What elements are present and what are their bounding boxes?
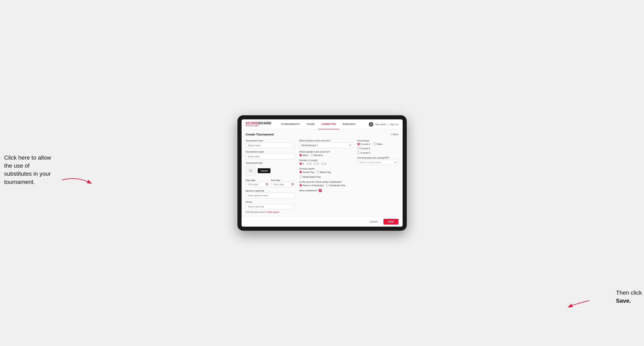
format-6count5-radio[interactable] [357, 151, 360, 154]
form-col-3: Format type 5 count 4 Other [357, 139, 398, 213]
scoring-stroke-radio[interactable] [300, 171, 302, 173]
format-other-radio[interactable] [373, 143, 376, 145]
nav-rankings[interactable]: RANKINGS [339, 119, 359, 129]
venue-label: Venue [246, 201, 295, 203]
gender-womens-radio[interactable] [310, 154, 313, 157]
nav-teams[interactable]: TEAMS [303, 119, 318, 129]
rounds-2[interactable]: 2 [306, 162, 311, 165]
start-date-wrapper: 📅 [246, 182, 270, 187]
event-teams-label: Teams (+Individuals) [303, 184, 324, 187]
nav-right: B blair admin | Sign out [369, 122, 398, 127]
screen: SCORESCOREBOARDBOARD Powered by clippd T… [242, 119, 403, 227]
form-col-1: Tournament Host ▾ Tournament name Tourna… [246, 139, 295, 213]
page-title: Create Tournament [246, 133, 274, 136]
allow-substitutes-checkbox-group: Allow substitutes? [300, 189, 353, 192]
tablet-frame: SCORESCOREBOARDBOARD Powered by clippd T… [238, 115, 407, 231]
nav-separator: | [388, 123, 388, 126]
scoring-match-radio[interactable] [316, 171, 319, 173]
rounds-4[interactable]: 4 [321, 162, 326, 165]
save-button[interactable]: Save [384, 219, 398, 224]
format-5count4-label: 5 count 4 [361, 143, 370, 145]
arrow-right-icon [566, 299, 591, 309]
rounds-2-radio[interactable] [306, 162, 309, 165]
date-row: Start date 📅 End date 📅 [246, 178, 295, 187]
footer: Cancel Save [242, 216, 403, 227]
user-name: blair admin [375, 123, 386, 126]
date-group: Start date 📅 End date 📅 [246, 178, 295, 187]
rounds-1-radio[interactable] [300, 162, 302, 165]
logo-scoreboard: SCORESCOREBOARDBOARD [246, 122, 272, 125]
division-select[interactable]: NCAA Division I [300, 143, 353, 148]
gender-womens[interactable]: Womens [310, 154, 323, 157]
format-type-label: Format type [357, 139, 398, 142]
search-icon: ▾ [292, 144, 294, 147]
start-date-group: Start date 📅 [246, 178, 270, 187]
gender-mens[interactable]: Mens [300, 154, 308, 157]
sponsor-group: Sponsor (optional) [246, 189, 295, 198]
event-individuals[interactable]: Individuals Only [326, 184, 346, 187]
gender-mens-radio[interactable] [300, 154, 302, 157]
event-teams-radio[interactable] [300, 184, 302, 187]
logo-score-red: SCORE [246, 122, 258, 125]
logo-powered: Powered by clippd [246, 125, 272, 127]
format-5count4-radio[interactable] [357, 143, 360, 145]
scoring-stroke[interactable]: Stroke Play [300, 171, 314, 173]
nav-committee[interactable]: COMMITTEE [318, 119, 340, 129]
nav-tournaments[interactable]: TOURNAMENTS [278, 119, 303, 129]
allow-substitutes-group: Allow substitutes? [300, 189, 353, 192]
upload-button[interactable]: Upload [258, 168, 271, 173]
form-col-2: Which division is the event for? NCAA Di… [300, 139, 353, 213]
nav-links: TOURNAMENTS TEAMS COMMITTEE RANKINGS [278, 119, 369, 129]
tournament-name-input[interactable] [246, 154, 295, 159]
format-6count4-label: 6 count 4 [361, 147, 370, 150]
email-support-link[interactable]: email support [267, 211, 279, 213]
rounds-radio-group: 1 2 3 4 [300, 162, 353, 165]
allow-substitutes-checkbox[interactable] [319, 189, 322, 192]
page-header: Create Tournament < Back [246, 133, 398, 136]
format-6count4-radio[interactable] [357, 147, 360, 150]
event-individuals-radio[interactable] [326, 184, 328, 187]
scoring-api-select[interactable]: Select a scoring service [357, 160, 398, 165]
page-content: Create Tournament < Back Tournament Host… [242, 129, 403, 216]
rounds-group: Number of rounds 1 2 [300, 159, 353, 165]
gender-womens-label: Womens [314, 154, 323, 157]
scoring-medal[interactable]: Medal Match Play [300, 175, 321, 178]
rounds-4-label: 4 [324, 163, 326, 165]
format-type-group: Format type 5 count 4 Other [357, 139, 398, 154]
gender-mens-label: Mens [303, 154, 308, 157]
scoring-match[interactable]: Match Play [316, 171, 331, 173]
tournament-logo-group: Tournament logo 🖼 Upload [246, 162, 295, 176]
logo: SCORESCOREBOARDBOARD Powered by clippd [246, 122, 272, 127]
tournament-host-group: Tournament Host ▾ [246, 139, 295, 148]
scoring-medal-radio[interactable] [300, 175, 302, 178]
image-icon: 🖼 [249, 169, 252, 173]
format-other[interactable]: Other [373, 143, 382, 145]
event-type-radio-group: Teams (+Individuals) Individuals Only [300, 184, 353, 187]
annotation-left: Click here to allow the use of substitut… [4, 154, 58, 186]
format-5count4[interactable]: 5 count 4 [357, 143, 370, 145]
event-teams[interactable]: Teams (+Individuals) [300, 184, 324, 187]
sponsor-input[interactable] [246, 193, 295, 198]
rounds-3-radio[interactable] [314, 162, 316, 165]
back-button[interactable]: < Back [391, 133, 398, 136]
cancel-button[interactable]: Cancel [366, 219, 381, 224]
calendar-icon-start: 📅 [266, 183, 268, 186]
avatar: B [369, 122, 373, 127]
venue-group: Venue ▾ Can't find your venue? email sup… [246, 201, 295, 213]
end-date-wrapper: 📅 [271, 182, 295, 187]
venue-input[interactable] [246, 204, 295, 209]
allow-substitutes-label: Allow substitutes? [300, 189, 318, 192]
rounds-1[interactable]: 1 [300, 162, 304, 165]
scoring-group: Scoring system Stroke Play Match Play [300, 168, 353, 178]
format-row-1: 5 count 4 Other [357, 143, 398, 145]
rounds-3[interactable]: 3 [314, 162, 318, 165]
scoring-stroke-label: Stroke Play [303, 171, 314, 173]
rounds-2-label: 2 [310, 163, 311, 165]
start-date-label: Start date [246, 179, 256, 181]
rounds-3-label: 3 [317, 163, 318, 165]
format-6count5[interactable]: 6 count 5 [357, 151, 398, 154]
tournament-host-input[interactable] [246, 143, 295, 148]
sign-out-link[interactable]: Sign out [390, 123, 398, 126]
rounds-4-radio[interactable] [321, 162, 324, 165]
format-6count4[interactable]: 6 count 4 [357, 147, 398, 150]
